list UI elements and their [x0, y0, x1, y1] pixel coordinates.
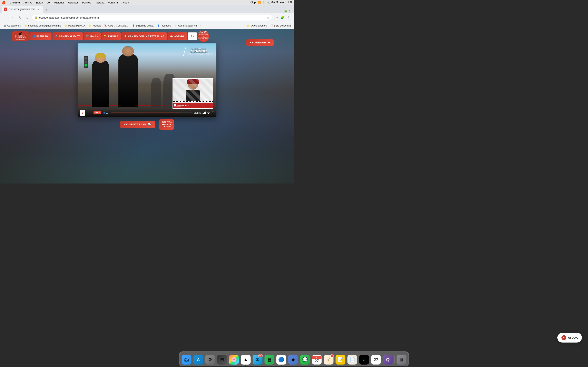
video-logo-text-block: ESCUDERÍA GANADORA UNIDOS · FUERTES · PR…: [186, 48, 212, 55]
bar-3: [204, 112, 205, 114]
bar-1: [203, 113, 203, 114]
logo-line1: ESCUDERÍA: [15, 35, 26, 37]
bookmark-icon-akky: 🔖: [104, 24, 107, 27]
bookmark-star-icon[interactable]: ☆: [267, 16, 269, 19]
settings-icon[interactable]: ⚙: [207, 111, 210, 114]
nav-rally-button[interactable]: 🏁 RALLY: [84, 32, 101, 40]
site-navigation: ESCUDERÍA GANADORA UNIDOS · FUERTES 👥 PL…: [0, 29, 294, 43]
viewer-icon: 👤: [103, 112, 105, 114]
person-left-silhouette: [92, 60, 109, 107]
pip-person-name: IRLANDA MAYA: [177, 104, 189, 106]
agenda-icon: 📅: [170, 35, 173, 38]
pip-person-container: [186, 80, 200, 102]
reload-button[interactable]: ↻: [17, 15, 23, 20]
nav-update-button[interactable]: SI TIENES PROBLEMAS ACTUALIZA TU NAVEGAD…: [198, 31, 209, 42]
nav-siegfried-button[interactable]: S: [188, 32, 197, 40]
nav-agenda-button[interactable]: 📅 AGENDA: [168, 32, 187, 40]
menu-historial[interactable]: Historial: [53, 1, 66, 4]
menu-app-name[interactable]: Chrome: [8, 1, 21, 4]
signal-bars-icon: [203, 111, 206, 114]
bookmark-facebook[interactable]: f facebook: [156, 24, 173, 28]
tab-favicon: E: [4, 8, 7, 11]
pantalla-grande-button[interactable]: CLIC PARAPANTALLAGRANDE: [159, 119, 174, 130]
nav-camino-button[interactable]: 🚀 CAMINO AL ÉXITO: [52, 32, 83, 40]
headset-icon: [127, 46, 129, 47]
video-logo: ESCUDERÍA GANADORA UNIDOS · FUERTES · PR…: [184, 48, 212, 56]
url-display: escuderiaganadora.com/copia-de-entrada-p…: [39, 16, 265, 19]
menu-ayuda[interactable]: Ayuda: [120, 1, 131, 4]
apple-menu[interactable]: 🍎: [2, 1, 6, 4]
bookmark-buzon-label: Buzón de ayuda: [136, 24, 154, 27]
menu-ventana[interactable]: Ventana: [106, 1, 120, 4]
menu-editar[interactable]: Editar: [34, 1, 44, 4]
bookmark-apps[interactable]: ⊞ Aplicaciones: [2, 24, 22, 28]
toolbar: ‹ › ↻ ⌂ 🔒 escuderiaganadora.com/copia-de…: [0, 13, 294, 22]
menu-search-icon[interactable]: 🔍: [267, 1, 270, 4]
chrome-settings-button[interactable]: ⋮: [286, 15, 292, 20]
bookmark-lectura-label: Lista de lectura: [274, 24, 291, 27]
bookmark-lectura[interactable]: 📋 Lista de lectura: [269, 24, 292, 28]
menu-pestana[interactable]: Pestaña: [93, 1, 106, 4]
home-button[interactable]: ⌂: [25, 15, 30, 20]
chrome-extensions-icon[interactable]: 🧩: [284, 9, 287, 13]
progress-fill: [111, 113, 180, 113]
live-badge: LIVE: [94, 111, 101, 114]
progress-bar[interactable]: [111, 113, 192, 113]
rally-icon: 🏁: [86, 35, 89, 38]
bookmark-akky[interactable]: 🔖 Akky :: Consultar...: [103, 24, 130, 28]
pip-logo-small: E: [174, 104, 176, 106]
extensions-button[interactable]: 🧩: [280, 15, 285, 20]
comentarios-button[interactable]: COMENTARIOS 💬: [120, 121, 155, 128]
reading-list-icon: 📋: [270, 24, 273, 27]
pip-person-title: Periodista: [174, 106, 212, 108]
bookmark-toshiba[interactable]: 📁 Toshiba: [87, 24, 102, 28]
plenaria-icon: 👥: [32, 35, 35, 38]
bookmark-favoritos-siegfried[interactable]: 📁 Favoritos de siegfried.com.mx: [23, 24, 62, 28]
menu-bar-items: Chrome Archivo Editar Ver Historial Favo…: [8, 1, 131, 4]
toolbar-actions: ↗ 🧩 ⋮: [274, 15, 292, 20]
camino-label: CAMINO AL ÉXITO: [59, 35, 80, 38]
menu-archivo[interactable]: Archivo: [22, 1, 34, 4]
logo-line2: GANADORA: [15, 37, 26, 39]
person-center-head: [122, 46, 134, 57]
logo-tagline: UNIDOS · FUERTES: [16, 39, 25, 40]
site-nav-bar: ESCUDERÍA GANADORA UNIDOS · FUERTES 👥 PL…: [0, 29, 294, 43]
chrome-window: E escuderiaganadora.com ✕ + 🧩 ⋮ ‹ › ↻ ⌂ …: [0, 5, 294, 184]
menu-adguard-icon: 🛡: [250, 1, 253, 4]
new-tab-button[interactable]: +: [43, 7, 49, 13]
folder-icon-2: 📁: [64, 24, 67, 27]
bookmark-favoritos-label: Favoritos de siegfried.com.mx: [28, 24, 61, 27]
bookmark-otros[interactable]: 📁 Otros favoritos: [246, 24, 268, 28]
chrome-menu-icon[interactable]: ⋮: [288, 9, 291, 13]
forward-button[interactable]: ›: [10, 15, 16, 20]
fullscreen-button[interactable]: ⛶: [212, 111, 214, 114]
pause-button[interactable]: ⏸: [87, 110, 92, 115]
plenaria-label: PLENARIA: [36, 35, 49, 38]
bookmark-toshiba-label: Toshiba: [92, 24, 100, 27]
tab-title: escuderiaganadora.com: [9, 8, 35, 11]
menu-datetime: Mié 27 de oct 11:39: [271, 1, 292, 4]
folder-icon-1: 📁: [24, 24, 27, 27]
bookmark-icon-facebook: f: [157, 24, 160, 27]
bookmark-buzon[interactable]: f Buzón de ayuda: [130, 24, 155, 28]
person-left-head: [95, 53, 106, 63]
site-logo[interactable]: ESCUDERÍA GANADORA UNIDOS · FUERTES: [12, 31, 29, 42]
menu-cast-icon: ▶: [254, 1, 256, 4]
bookmark-admin-label: Administrador FB: [178, 24, 197, 27]
back-button[interactable]: ‹: [2, 15, 8, 20]
bookmark-admin-fb[interactable]: f Administrador FB: [173, 24, 199, 28]
menu-perfiles[interactable]: Perfiles: [80, 1, 93, 4]
nav-estrellas-button[interactable]: ⭐ CAMINO CON LAS ESTRELLAS: [121, 32, 167, 40]
address-bar[interactable]: 🔒 escuderiaganadora.com/copia-de-entrada…: [32, 14, 272, 21]
menu-ver[interactable]: Ver: [45, 1, 52, 4]
nav-plenaria-button[interactable]: 👥 PLENARIA: [29, 32, 52, 40]
nav-farmas-button[interactable]: 💊 FARMAS: [102, 32, 121, 40]
bookmarks-overflow[interactable]: »: [200, 24, 201, 27]
pip-name-tag: E IRLANDA MAYA Periodista: [173, 103, 213, 108]
share-button[interactable]: ↗: [274, 15, 279, 20]
active-tab[interactable]: E escuderiaganadora.com ✕: [2, 6, 43, 13]
tab-close-button[interactable]: ✕: [37, 8, 40, 11]
menu-favoritos[interactable]: Favoritos: [66, 1, 80, 4]
bookmark-iperco[interactable]: 📁 Matriz IPERCO: [63, 24, 86, 28]
menu-bar: 🍎 Chrome Archivo Editar Ver Historial Fa…: [0, 0, 294, 5]
